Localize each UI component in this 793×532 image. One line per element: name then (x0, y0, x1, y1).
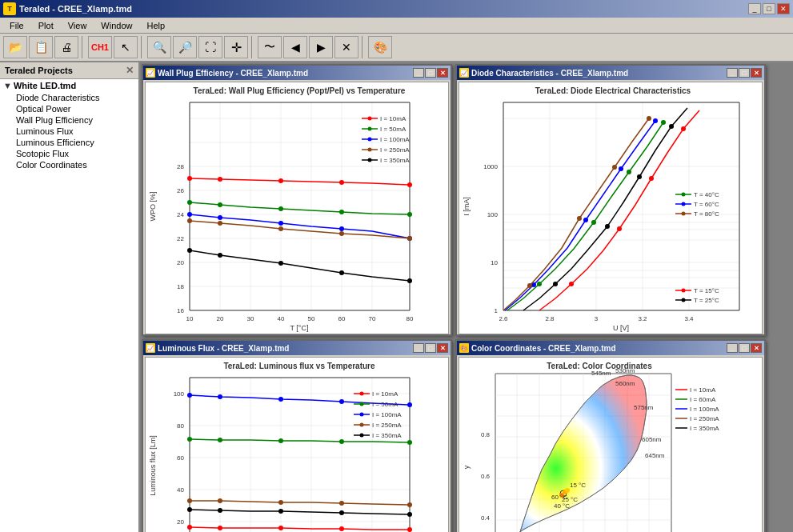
svg-text:I = 350mA: I = 350mA (380, 157, 410, 164)
svg-text:I = 250mA: I = 250mA (380, 146, 410, 154)
svg-point-198 (339, 399, 344, 404)
svg-text:605nm: 605nm (642, 436, 662, 443)
app-icon: T (3, 2, 16, 15)
svg-text:40: 40 (177, 486, 184, 494)
sidebar-item-lum-flux[interactable]: Luminous Flux (0, 126, 138, 137)
svg-point-201 (218, 498, 222, 503)
color-close[interactable]: ✕ (751, 343, 762, 353)
svg-text:20: 20 (217, 315, 224, 322)
svg-text:I = 50mA: I = 50mA (380, 126, 407, 133)
menu-help[interactable]: Help (140, 19, 171, 32)
svg-point-203 (339, 501, 344, 506)
svg-text:10: 10 (491, 259, 498, 266)
svg-text:U [V]: U [V] (613, 324, 629, 332)
menu-view[interactable]: View (62, 19, 94, 32)
menu-plot[interactable]: Plot (32, 19, 60, 32)
wall-plug-minimize[interactable]: _ (413, 68, 424, 78)
svg-point-133 (647, 116, 651, 121)
diode-close[interactable]: ✕ (751, 68, 762, 78)
svg-text:T = 80°C: T = 80°C (694, 210, 719, 218)
sidebar-item-wallplug[interactable]: Wall Plug Efficiency (0, 114, 138, 126)
sidebar-item-diode[interactable]: Diode Characteristics (0, 92, 138, 103)
sidebar-title: Teraled Projects ✕ (0, 62, 138, 79)
lum-flux-close[interactable]: ✕ (437, 343, 448, 353)
lum-flux-maximize[interactable]: □ (425, 343, 436, 353)
next-button[interactable]: ▶ (309, 36, 333, 58)
chart-button[interactable]: CH1 (88, 36, 112, 58)
svg-point-141 (682, 193, 686, 197)
svg-point-47 (278, 206, 283, 211)
svg-text:10: 10 (186, 315, 194, 322)
svg-point-131 (577, 216, 582, 221)
zoom-out-button[interactable]: 🔎 (173, 36, 197, 58)
cursor-button[interactable]: ↖ (114, 36, 138, 58)
svg-point-147 (682, 212, 686, 216)
sidebar-item-optical[interactable]: Optical Power (0, 103, 138, 114)
sidebar-item-color[interactable]: Color Coordinates (0, 159, 138, 170)
svg-text:3.4: 3.4 (684, 315, 694, 322)
zoom-in-button[interactable]: 🔍 (147, 36, 171, 58)
svg-text:0.6: 0.6 (481, 473, 491, 480)
open-button[interactable]: 📂 (3, 36, 27, 58)
svg-point-200 (187, 498, 192, 503)
copy-button[interactable]: 📋 (29, 36, 53, 58)
sidebar-item-lum-eff[interactable]: Luminous Efficiency (0, 137, 138, 148)
diode-minimize[interactable]: _ (727, 68, 738, 78)
svg-point-53 (339, 226, 344, 231)
svg-text:I = 250mA: I = 250mA (690, 415, 719, 422)
svg-text:Luminous flux [Lm]: Luminous flux [Lm] (149, 435, 157, 496)
svg-text:T = 25°C: T = 25°C (694, 297, 719, 304)
color-icon: 🎨 (459, 343, 469, 353)
wave-button[interactable]: 〜 (258, 36, 282, 58)
color-chart: TeraLed: Color Coordinates (459, 357, 763, 532)
svg-point-42 (278, 178, 283, 183)
diode-title: Diode Characteristics - CREE_Xlamp.tmd (471, 69, 628, 78)
print-button[interactable]: 🖨 (54, 36, 78, 58)
color-maximize[interactable]: □ (739, 343, 750, 353)
svg-text:20: 20 (177, 518, 184, 526)
svg-text:22: 22 (177, 235, 184, 242)
svg-point-64 (407, 278, 412, 283)
tree-root[interactable]: ▼White LED.tmd (0, 79, 138, 92)
svg-text:I = 350mA: I = 350mA (372, 432, 402, 439)
wall-plug-maximize[interactable]: □ (425, 68, 436, 78)
svg-point-118 (553, 282, 558, 286)
svg-point-69 (368, 127, 372, 131)
sidebar-close-button[interactable]: ✕ (126, 65, 134, 76)
svg-text:60: 60 (338, 315, 346, 322)
menu-file[interactable]: File (3, 19, 30, 32)
toolbar-separator-4 (362, 36, 365, 58)
color-button[interactable]: 🎨 (368, 36, 392, 58)
svg-point-191 (218, 438, 222, 442)
svg-point-144 (682, 202, 686, 206)
svg-point-204 (407, 502, 412, 507)
svg-text:80: 80 (407, 315, 414, 322)
menu-window[interactable]: Window (94, 19, 138, 32)
app-title: Teraled - CREE_Xlamp.tmd (19, 4, 132, 14)
wall-plug-close[interactable]: ✕ (437, 68, 448, 78)
svg-point-75 (368, 148, 372, 152)
svg-text:530nm: 530nm (615, 367, 635, 374)
lum-flux-minimize[interactable]: _ (413, 343, 424, 353)
maximize-button[interactable]: □ (763, 3, 775, 14)
svg-text:1000: 1000 (483, 163, 498, 170)
clear-button[interactable]: ✕ (334, 36, 358, 58)
svg-point-199 (407, 402, 412, 407)
sidebar-item-scotopic[interactable]: Scotopic Flux (0, 148, 138, 159)
main-content: Teraled Projects ✕ ▼White LED.tmd Diode … (0, 62, 793, 532)
zoom-fit-button[interactable]: ⛶ (198, 36, 222, 58)
luminous-flux-window: 📈 Luminous Flux - CREE_Xlamp.tmd _ □ ✕ T… (142, 339, 452, 532)
svg-point-186 (218, 526, 222, 530)
color-minimize[interactable]: _ (727, 343, 738, 353)
diode-icon: 📈 (459, 68, 469, 78)
color-coord-title-bar: 🎨 Color Coordinates - CREE_Xlamp.tmd _ □… (457, 341, 764, 355)
svg-text:T [°C]: T [°C] (290, 324, 309, 332)
svg-point-49 (407, 212, 412, 217)
diode-maximize[interactable]: □ (739, 68, 750, 78)
pan-button[interactable]: ✛ (224, 36, 248, 58)
svg-text:60: 60 (177, 454, 184, 462)
close-button[interactable]: ✕ (777, 3, 790, 14)
svg-point-45 (187, 200, 192, 205)
minimize-button[interactable]: _ (748, 3, 761, 14)
prev-button[interactable]: ◀ (283, 36, 307, 58)
